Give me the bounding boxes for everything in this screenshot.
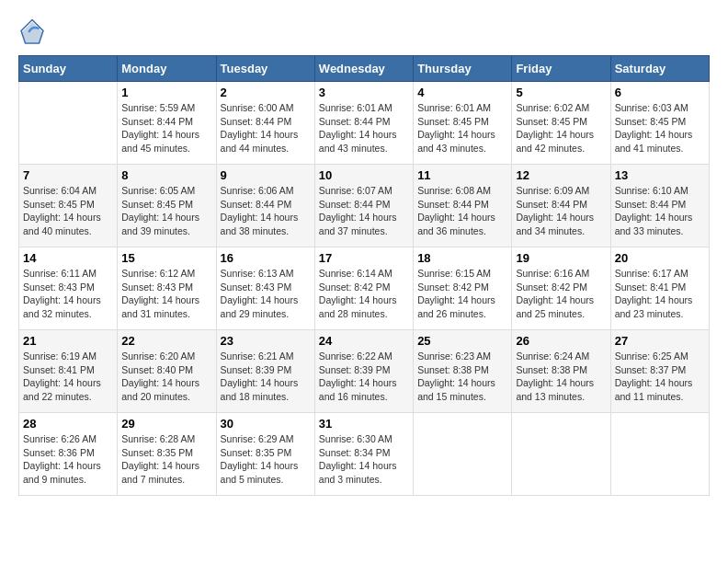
day-info: Sunrise: 6:17 AM Sunset: 8:41 PM Dayligh… [615, 267, 705, 321]
day-number: 29 [121, 417, 211, 431]
day-info: Sunrise: 6:20 AM Sunset: 8:40 PM Dayligh… [121, 350, 211, 404]
day-number: 12 [516, 168, 606, 182]
day-number: 15 [121, 251, 211, 265]
calendar-cell: 18Sunrise: 6:15 AM Sunset: 8:42 PM Dayli… [414, 247, 512, 330]
header-day-thursday: Thursday [414, 56, 512, 82]
day-number: 9 [221, 168, 311, 182]
calendar-cell: 12Sunrise: 6:09 AM Sunset: 8:44 PM Dayli… [512, 165, 610, 247]
day-number: 7 [23, 168, 113, 182]
day-number: 25 [417, 334, 507, 348]
day-info: Sunrise: 6:21 AM Sunset: 8:39 PM Dayligh… [221, 350, 311, 404]
calendar-cell: 28Sunrise: 6:26 AM Sunset: 8:36 PM Dayli… [19, 413, 118, 496]
calendar-cell: 11Sunrise: 6:08 AM Sunset: 8:44 PM Dayli… [414, 165, 512, 247]
day-info: Sunrise: 6:26 AM Sunset: 8:36 PM Dayligh… [23, 432, 113, 487]
day-info: Sunrise: 6:16 AM Sunset: 8:42 PM Dayligh… [516, 267, 606, 321]
calendar-week-1: 1Sunrise: 5:59 AM Sunset: 8:44 PM Daylig… [19, 82, 710, 165]
calendar-week-3: 14Sunrise: 6:11 AM Sunset: 8:43 PM Dayli… [19, 247, 710, 330]
calendar-week-2: 7Sunrise: 6:04 AM Sunset: 8:45 PM Daylig… [19, 165, 710, 247]
day-number: 17 [319, 251, 409, 265]
calendar-cell: 26Sunrise: 6:24 AM Sunset: 8:38 PM Dayli… [512, 330, 610, 413]
day-number: 5 [516, 86, 606, 99]
day-info: Sunrise: 6:11 AM Sunset: 8:43 PM Dayligh… [23, 267, 113, 321]
day-info: Sunrise: 6:03 AM Sunset: 8:45 PM Dayligh… [615, 101, 705, 155]
day-number: 8 [121, 168, 211, 182]
header-day-sunday: Sunday [19, 56, 118, 82]
day-info: Sunrise: 6:09 AM Sunset: 8:44 PM Dayligh… [516, 184, 606, 238]
day-number: 16 [221, 251, 311, 265]
calendar-cell: 25Sunrise: 6:23 AM Sunset: 8:38 PM Dayli… [414, 330, 512, 413]
day-number: 28 [23, 417, 113, 431]
day-number: 2 [221, 86, 311, 99]
header-day-wednesday: Wednesday [314, 56, 413, 82]
day-number: 26 [516, 334, 606, 348]
calendar-week-4: 21Sunrise: 6:19 AM Sunset: 8:41 PM Dayli… [19, 330, 710, 413]
day-number: 4 [417, 86, 507, 99]
calendar-cell: 7Sunrise: 6:04 AM Sunset: 8:45 PM Daylig… [19, 165, 118, 247]
day-info: Sunrise: 6:01 AM Sunset: 8:45 PM Dayligh… [417, 101, 507, 155]
header-row: SundayMondayTuesdayWednesdayThursdayFrid… [19, 56, 710, 82]
calendar-cell: 20Sunrise: 6:17 AM Sunset: 8:41 PM Dayli… [610, 247, 709, 330]
day-number: 13 [615, 168, 705, 182]
calendar-cell: 24Sunrise: 6:22 AM Sunset: 8:39 PM Dayli… [314, 330, 413, 413]
calendar-cell: 17Sunrise: 6:14 AM Sunset: 8:42 PM Dayli… [314, 247, 413, 330]
day-number: 3 [319, 86, 409, 99]
calendar-cell [512, 413, 610, 496]
day-info: Sunrise: 6:22 AM Sunset: 8:39 PM Dayligh… [319, 350, 409, 404]
header-day-monday: Monday [118, 56, 216, 82]
day-info: Sunrise: 6:14 AM Sunset: 8:42 PM Dayligh… [319, 267, 409, 321]
day-number: 18 [417, 251, 507, 265]
day-number: 30 [221, 417, 311, 431]
day-info: Sunrise: 6:23 AM Sunset: 8:38 PM Dayligh… [417, 350, 507, 404]
header [18, 18, 710, 46]
calendar-cell: 29Sunrise: 6:28 AM Sunset: 8:35 PM Dayli… [118, 413, 216, 496]
day-number: 23 [221, 334, 311, 348]
day-info: Sunrise: 6:19 AM Sunset: 8:41 PM Dayligh… [23, 350, 113, 404]
day-info: Sunrise: 6:12 AM Sunset: 8:43 PM Dayligh… [121, 267, 211, 321]
calendar-week-5: 28Sunrise: 6:26 AM Sunset: 8:36 PM Dayli… [19, 413, 710, 496]
day-number: 22 [121, 334, 211, 348]
day-number: 21 [23, 334, 113, 348]
calendar-body: 1Sunrise: 5:59 AM Sunset: 8:44 PM Daylig… [19, 82, 710, 496]
calendar-cell: 31Sunrise: 6:30 AM Sunset: 8:34 PM Dayli… [314, 413, 413, 496]
day-number: 14 [23, 251, 113, 265]
day-info: Sunrise: 6:29 AM Sunset: 8:35 PM Dayligh… [221, 432, 311, 487]
logo [18, 18, 50, 46]
calendar-cell: 14Sunrise: 6:11 AM Sunset: 8:43 PM Dayli… [19, 247, 118, 330]
calendar-cell: 15Sunrise: 6:12 AM Sunset: 8:43 PM Dayli… [118, 247, 216, 330]
calendar-cell: 5Sunrise: 6:02 AM Sunset: 8:45 PM Daylig… [512, 82, 610, 165]
day-info: Sunrise: 6:02 AM Sunset: 8:45 PM Dayligh… [516, 101, 606, 155]
calendar-cell: 8Sunrise: 6:05 AM Sunset: 8:45 PM Daylig… [118, 165, 216, 247]
day-info: Sunrise: 6:28 AM Sunset: 8:35 PM Dayligh… [121, 432, 211, 487]
calendar-cell [414, 413, 512, 496]
day-info: Sunrise: 5:59 AM Sunset: 8:44 PM Dayligh… [121, 101, 211, 155]
day-info: Sunrise: 6:07 AM Sunset: 8:44 PM Dayligh… [319, 184, 409, 238]
day-number: 31 [319, 417, 409, 431]
day-info: Sunrise: 6:08 AM Sunset: 8:44 PM Dayligh… [417, 184, 507, 238]
day-number: 24 [319, 334, 409, 348]
logo-icon [18, 18, 46, 46]
calendar-cell [19, 82, 118, 165]
calendar-cell: 30Sunrise: 6:29 AM Sunset: 8:35 PM Dayli… [216, 413, 314, 496]
day-number: 11 [417, 168, 507, 182]
calendar-cell: 22Sunrise: 6:20 AM Sunset: 8:40 PM Dayli… [118, 330, 216, 413]
day-number: 19 [516, 251, 606, 265]
calendar-cell: 27Sunrise: 6:25 AM Sunset: 8:37 PM Dayli… [610, 330, 709, 413]
calendar-header: SundayMondayTuesdayWednesdayThursdayFrid… [19, 56, 710, 82]
calendar-cell: 9Sunrise: 6:06 AM Sunset: 8:44 PM Daylig… [216, 165, 314, 247]
calendar-table: SundayMondayTuesdayWednesdayThursdayFrid… [18, 55, 710, 496]
calendar-cell: 13Sunrise: 6:10 AM Sunset: 8:44 PM Dayli… [610, 165, 709, 247]
day-number: 1 [121, 86, 211, 99]
calendar-cell: 19Sunrise: 6:16 AM Sunset: 8:42 PM Dayli… [512, 247, 610, 330]
day-number: 6 [615, 86, 705, 99]
header-day-friday: Friday [512, 56, 610, 82]
day-number: 10 [319, 168, 409, 182]
day-info: Sunrise: 6:05 AM Sunset: 8:45 PM Dayligh… [121, 184, 211, 238]
day-info: Sunrise: 6:30 AM Sunset: 8:34 PM Dayligh… [319, 432, 409, 487]
svg-marker-0 [22, 22, 43, 43]
calendar-cell: 16Sunrise: 6:13 AM Sunset: 8:43 PM Dayli… [216, 247, 314, 330]
calendar-cell: 3Sunrise: 6:01 AM Sunset: 8:44 PM Daylig… [314, 82, 413, 165]
header-day-tuesday: Tuesday [216, 56, 314, 82]
header-day-saturday: Saturday [610, 56, 709, 82]
day-info: Sunrise: 6:25 AM Sunset: 8:37 PM Dayligh… [615, 350, 705, 404]
calendar-cell: 23Sunrise: 6:21 AM Sunset: 8:39 PM Dayli… [216, 330, 314, 413]
